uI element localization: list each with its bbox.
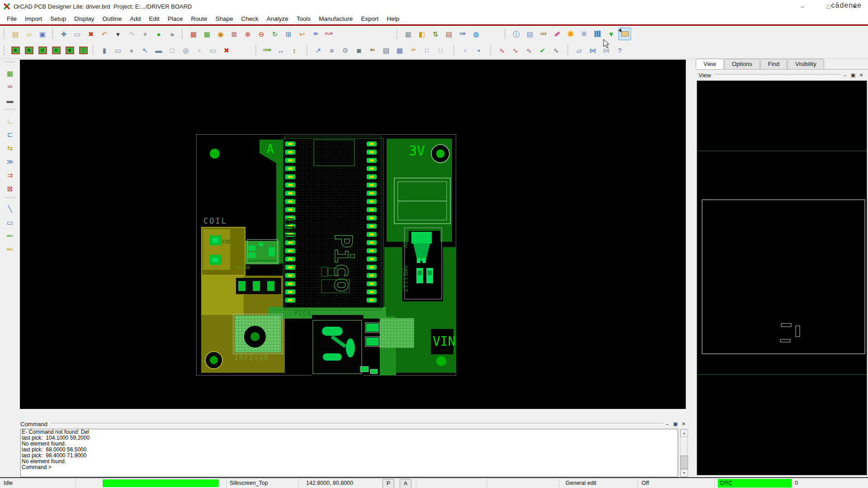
zoom-out-button[interactable]: ⊖ xyxy=(255,28,268,40)
show-element-button[interactable]: ⓘ xyxy=(510,28,523,40)
snapshot-button[interactable]: ◙ xyxy=(353,44,365,56)
add-circle-shape-button[interactable]: ● xyxy=(125,44,138,56)
edit-mode[interactable]: General edit xyxy=(566,480,596,486)
menu-place[interactable]: Place xyxy=(164,14,187,23)
menu-manufacture[interactable]: Manufacture xyxy=(315,14,357,23)
export-data-button[interactable]: ↗ xyxy=(312,44,325,56)
shape-rect-button[interactable]: ▬ xyxy=(152,44,165,56)
move-button[interactable]: ✚ xyxy=(57,28,70,40)
board-net-button[interactable]: ▨ xyxy=(50,44,62,56)
undo-button[interactable]: ↶ xyxy=(98,28,111,40)
shape-delete-button[interactable]: ✖ xyxy=(220,44,233,56)
menu-file[interactable]: File xyxy=(3,14,21,23)
add-line-button[interactable]: ╲ xyxy=(4,202,16,215)
board-place-button[interactable]: ▣ xyxy=(63,44,76,56)
add-connect-button[interactable]: ∟ xyxy=(4,114,16,127)
copy-button[interactable]: ▭ xyxy=(71,28,84,40)
redraw-button[interactable]: ↻ xyxy=(269,28,281,40)
tab-visibility[interactable]: Visibility xyxy=(788,59,824,69)
selection-tool-button[interactable] xyxy=(618,28,631,40)
si-clipboard-button[interactable]: ∿ xyxy=(495,44,508,56)
select-shape-button[interactable]: ↖ xyxy=(139,44,151,56)
edit-text-button[interactable]: abc xyxy=(4,243,16,256)
menu-tools[interactable]: Tools xyxy=(292,14,315,23)
shape-square-button[interactable]: □ xyxy=(166,44,179,56)
delete-button[interactable]: ✖ xyxy=(85,28,97,40)
fanout-button[interactable]: ≫ xyxy=(4,155,16,168)
dim-button[interactable] xyxy=(578,28,590,40)
pick-button[interactable]: P xyxy=(382,479,394,488)
import-logic-button[interactable]: ▦ xyxy=(4,67,16,80)
board-fill-button[interactable]: ▦ xyxy=(23,44,35,56)
layer-tools-button[interactable]: ⚙ xyxy=(339,44,352,56)
toolbar-overflow-button[interactable]: » xyxy=(166,28,179,40)
view-3d-button[interactable]: 3D xyxy=(309,28,322,40)
redo-dropdown-button[interactable]: ▾ xyxy=(139,28,151,40)
menu-edit[interactable]: Edit xyxy=(145,14,163,23)
drc-status[interactable]: DRC xyxy=(718,479,792,488)
menu-export[interactable]: Export xyxy=(357,14,382,23)
si-board-button[interactable]: ∿ xyxy=(523,44,535,56)
show-property-button[interactable]: ▤ xyxy=(524,28,536,40)
window-grid-button[interactable]: ▦ xyxy=(393,44,406,56)
cross-section-button[interactable]: CM xyxy=(456,28,469,40)
menu-setup[interactable]: Setup xyxy=(46,14,70,23)
odb-export-button[interactable]: ODB xyxy=(261,44,274,56)
highlight-button[interactable] xyxy=(551,28,563,40)
command-minimize-button[interactable]: – xyxy=(663,421,671,427)
grid-toggle-button[interactable]: ▦ xyxy=(187,28,200,40)
si-audit-button[interactable]: ✔ xyxy=(536,44,549,56)
scroll-up-arrow[interactable]: ▲ xyxy=(680,429,688,437)
grid-snap-button[interactable]: ▦ xyxy=(201,28,213,40)
shape-small-button[interactable]: ▭ xyxy=(207,44,219,56)
flip-design-button[interactable]: FLIP xyxy=(323,28,335,40)
swap-layers-button[interactable]: ⇅ xyxy=(429,28,442,40)
command-restore-button[interactable]: ▣ xyxy=(671,421,679,427)
place-component-button[interactable]: U1 xyxy=(4,80,16,93)
shine-button[interactable] xyxy=(564,28,577,40)
zoom-previous-button[interactable]: ↩ xyxy=(296,28,308,40)
view-panel-minimize-button[interactable]: – xyxy=(841,72,849,78)
world-view-button[interactable]: ◍ xyxy=(470,28,482,40)
command-log[interactable]: E- Command not found: Dellast pick: 104.… xyxy=(20,429,678,477)
toggle-state[interactable]: Off xyxy=(642,480,649,486)
artwork-button[interactable]: ▤ xyxy=(443,28,455,40)
si-probe-button[interactable]: ∿ xyxy=(550,44,562,56)
tab-options[interactable]: Options xyxy=(724,59,760,69)
command-scrollbar[interactable]: ▲ ▼ xyxy=(680,429,688,477)
world-view-minimap[interactable] xyxy=(697,80,867,475)
menu-analyze[interactable]: Analyze xyxy=(263,14,292,23)
report-spec-button[interactable]: ▤ xyxy=(380,44,392,56)
measure-x-button[interactable]: ↔ xyxy=(274,44,287,56)
scroll-down-arrow[interactable]: ▼ xyxy=(680,469,688,477)
via-array-button[interactable]: ∷ xyxy=(420,44,433,56)
menu-help[interactable]: Help xyxy=(382,14,403,23)
renumber-refdes-button[interactable]: R1 xyxy=(366,44,379,56)
command-close-button[interactable]: ✕ xyxy=(679,421,688,427)
show-measure-button[interactable]: 123 xyxy=(537,28,550,40)
board-route-button[interactable]: ▧ xyxy=(36,44,49,56)
menu-route[interactable]: Route xyxy=(187,14,211,23)
menu-import[interactable]: Import xyxy=(21,14,46,23)
shape-void-button[interactable]: ▫ xyxy=(193,44,206,56)
measure-y-button[interactable]: ↕ xyxy=(288,44,301,56)
add-pin-button[interactable]: ▮ xyxy=(98,44,111,56)
slide-button[interactable]: ⊏ xyxy=(4,128,16,141)
swap-elements-button[interactable]: ⊠ xyxy=(4,182,16,195)
help-button[interactable]: ? xyxy=(613,44,626,56)
active-layer[interactable]: Silkscreen_Top xyxy=(230,480,268,486)
zoom-in-button[interactable]: ⊕ xyxy=(241,28,254,40)
window-minimize-button[interactable]: – xyxy=(789,0,816,13)
shape-ring-button[interactable]: ◎ xyxy=(179,44,192,56)
zoom-box-button[interactable]: ⊠ xyxy=(228,28,241,40)
menu-display[interactable]: Display xyxy=(70,14,98,23)
tab-view[interactable]: View xyxy=(696,59,724,69)
scroll-thumb[interactable] xyxy=(680,455,688,469)
design-canvas[interactable]: Pico A 3V VIN COIL GND IRFZ44N 3V AMS111… xyxy=(20,60,686,409)
redo-button[interactable]: ↷ xyxy=(125,28,138,40)
pin-exchange-button[interactable]: ⇆ xyxy=(4,141,16,154)
layer-stack-button[interactable]: ≡ xyxy=(326,44,338,56)
menu-add[interactable]: Add xyxy=(126,14,145,23)
testpoint-button[interactable]: TP xyxy=(407,44,420,56)
add-pad-button[interactable]: ▭ xyxy=(112,44,124,56)
